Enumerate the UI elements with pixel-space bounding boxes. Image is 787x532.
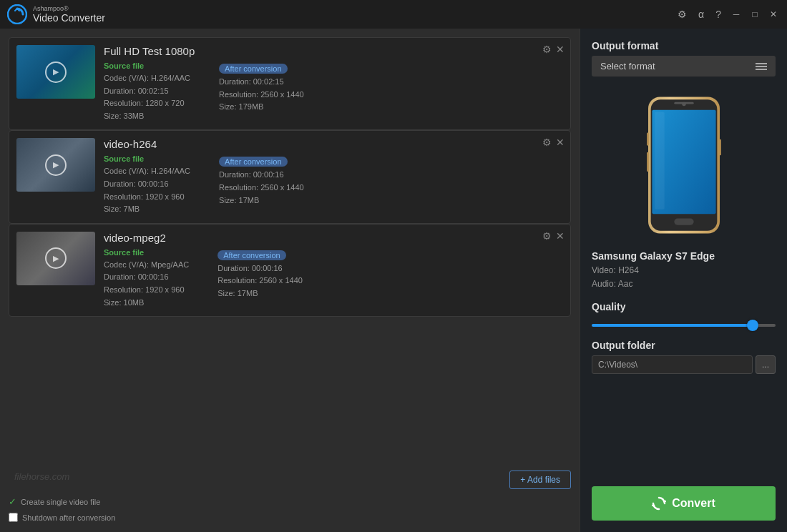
card-settings-icon[interactable]: ⚙ xyxy=(542,137,552,148)
svg-rect-6 xyxy=(674,219,693,225)
after-label: After conversion xyxy=(219,157,287,167)
source-label: Source file xyxy=(104,154,190,163)
add-files-button[interactable]: + Add files xyxy=(509,471,571,489)
source-resolution: Resolution: 1280 x 720 xyxy=(104,97,190,110)
after-size: Size: 17MB xyxy=(217,287,303,300)
right-panel: Output format Select format xyxy=(580,29,787,532)
source-size: Size: 7MB xyxy=(104,203,190,216)
app-logo xyxy=(7,4,27,24)
quality-slider-container xyxy=(592,317,776,330)
device-audio: Audio: Aac xyxy=(592,277,776,291)
minimize-button[interactable]: ─ xyxy=(730,8,743,21)
video-details: Source file Codec (V/A): H.264/AAC Durat… xyxy=(104,154,563,215)
browse-button[interactable]: ... xyxy=(756,355,776,374)
shutdown-checkbox[interactable] xyxy=(9,513,18,522)
svg-rect-7 xyxy=(647,133,649,146)
source-codec: Codec (V/A): Mpeg/AAC xyxy=(104,259,189,272)
help-icon[interactable]: ? xyxy=(713,7,724,21)
format-selector[interactable]: Select format xyxy=(592,56,776,77)
card-actions: ⚙ ✕ xyxy=(542,44,564,55)
video-card: ▶ video-h264 Source file Codec (V/A): H.… xyxy=(9,130,571,223)
source-resolution: Resolution: 1920 x 960 xyxy=(104,284,189,297)
after-duration: Duration: 00:00:16 xyxy=(217,262,303,275)
source-label: Source file xyxy=(104,61,190,70)
settings-icon[interactable]: ⚙ xyxy=(675,7,690,21)
titlebar-controls: ⚙ α ? ─ □ ✕ xyxy=(675,7,780,21)
video-card: ▶ video-mpeg2 Source file Codec (V/A): M… xyxy=(9,224,571,317)
svg-rect-9 xyxy=(719,139,721,156)
card-settings-icon[interactable]: ⚙ xyxy=(542,230,552,242)
card-settings-icon[interactable]: ⚙ xyxy=(542,44,552,55)
app-name: Ashampoo® Video Converter xyxy=(33,5,105,24)
quality-section: Quality xyxy=(592,301,776,330)
alpha-icon[interactable]: α xyxy=(695,7,707,21)
after-size: Size: 17MB xyxy=(219,194,304,207)
svg-rect-5 xyxy=(674,102,693,104)
source-codec: Codec (V/A): H.264/AAC xyxy=(104,72,190,85)
after-col: After conversion Duration: 00:00:16 Reso… xyxy=(217,248,303,309)
video-details: Source file Codec (V/A): H.264/AAC Durat… xyxy=(104,61,563,122)
card-actions: ⚙ ✕ xyxy=(542,137,564,148)
device-video: Video: H264 xyxy=(592,264,776,277)
convert-button[interactable]: Convert xyxy=(592,486,776,521)
video-thumbnail: ▶ xyxy=(16,45,95,99)
after-resolution: Resolution: 2560 x 1440 xyxy=(219,89,304,102)
close-button[interactable]: ✕ xyxy=(767,8,780,21)
after-size: Size: 179MB xyxy=(219,101,304,114)
after-label: After conversion xyxy=(219,64,287,74)
titlebar-left: Ashampoo® Video Converter xyxy=(7,4,105,24)
source-duration: Duration: 00:00:16 xyxy=(104,271,189,284)
source-col: Source file Codec (V/A): H.264/AAC Durat… xyxy=(104,154,190,215)
add-files-row: + Add files xyxy=(9,471,571,489)
output-format-section: Output format Select format xyxy=(592,40,776,77)
device-name: Samsung Galaxy S7 Edge xyxy=(592,250,776,262)
check-icon: ✓ xyxy=(9,496,16,507)
video-info: video-mpeg2 Source file Codec (V/A): Mpe… xyxy=(104,232,563,309)
source-duration: Duration: 00:02:15 xyxy=(104,85,190,98)
source-codec: Codec (V/A): H.264/AAC xyxy=(104,165,190,178)
source-resolution: Resolution: 1920 x 960 xyxy=(104,191,190,204)
output-folder-section: Output folder ... xyxy=(592,340,776,374)
video-details: Source file Codec (V/A): Mpeg/AAC Durati… xyxy=(104,248,563,309)
after-resolution: Resolution: 2560 x 1440 xyxy=(219,182,304,194)
shutdown-label: Shutdown after conversion xyxy=(22,513,115,522)
video-thumbnail: ▶ xyxy=(16,232,95,285)
after-col: After conversion Duration: 00:00:16 Reso… xyxy=(219,154,304,215)
play-button[interactable]: ▶ xyxy=(45,61,67,83)
card-close-icon[interactable]: ✕ xyxy=(556,137,564,148)
after-col: After conversion Duration: 00:02:15 Reso… xyxy=(219,61,304,122)
after-label: After conversion xyxy=(217,250,285,260)
source-duration: Duration: 00:00:16 xyxy=(104,178,190,191)
after-resolution: Resolution: 2560 x 1440 xyxy=(217,275,303,287)
quality-slider[interactable] xyxy=(592,324,776,327)
output-folder-row: ... xyxy=(592,355,776,374)
convert-label: Convert xyxy=(672,497,715,510)
after-duration: Duration: 00:00:16 xyxy=(219,169,304,182)
card-actions: ⚙ ✕ xyxy=(542,230,564,242)
output-folder-title: Output folder xyxy=(592,340,776,351)
phone-illustration xyxy=(637,94,730,237)
after-duration: Duration: 00:02:15 xyxy=(219,76,304,89)
play-button[interactable]: ▶ xyxy=(45,154,67,176)
maximize-button[interactable]: □ xyxy=(748,8,761,21)
bottom-bar: + Add files ✓ Create single video file S… xyxy=(9,471,571,523)
video-title: video-mpeg2 xyxy=(104,232,563,244)
create-single-label: Create single video file xyxy=(21,498,100,506)
output-format-title: Output format xyxy=(592,40,776,51)
svg-rect-8 xyxy=(647,152,649,172)
left-panel: ▶ Full HD Test 1080p Source file Codec (… xyxy=(0,29,580,532)
phone-container xyxy=(592,87,776,244)
source-size: Size: 10MB xyxy=(104,297,189,310)
shutdown-row: Shutdown after conversion xyxy=(9,511,571,523)
source-col: Source file Codec (V/A): Mpeg/AAC Durati… xyxy=(104,248,189,309)
watermark: filehorse.com xyxy=(14,471,69,482)
quality-title: Quality xyxy=(592,301,776,312)
play-button[interactable]: ▶ xyxy=(45,247,67,269)
video-title: video-h264 xyxy=(104,138,563,150)
convert-icon xyxy=(652,496,666,511)
video-info: video-h264 Source file Codec (V/A): H.26… xyxy=(104,138,563,215)
titlebar: Ashampoo® Video Converter ⚙ α ? ─ □ ✕ xyxy=(0,0,787,29)
output-path-input[interactable] xyxy=(592,355,753,374)
card-close-icon[interactable]: ✕ xyxy=(556,44,564,55)
card-close-icon[interactable]: ✕ xyxy=(556,230,564,242)
